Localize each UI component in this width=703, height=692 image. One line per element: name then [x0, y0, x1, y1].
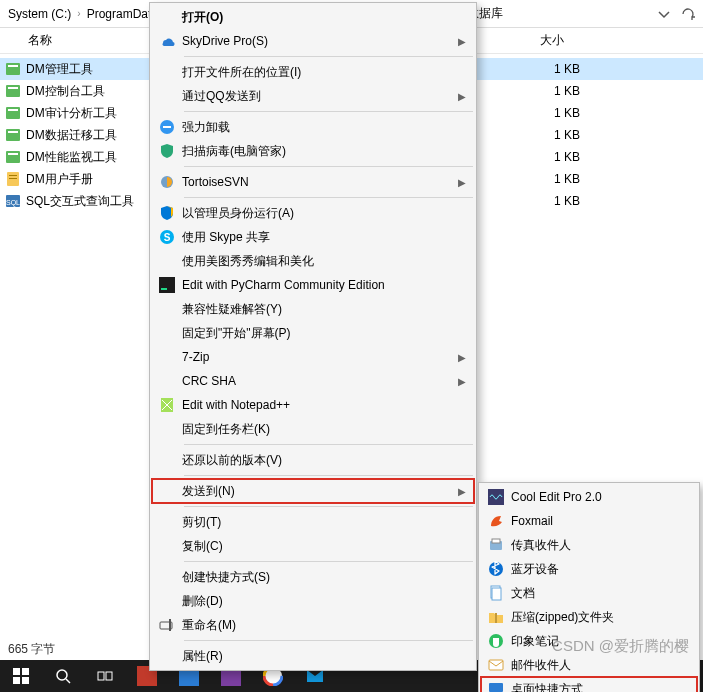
menu-item-label: 创建快捷方式(S) — [182, 569, 474, 586]
menu-item[interactable]: 复制(C) — [152, 534, 474, 558]
menu-item-label: 邮件收件人 — [511, 657, 697, 674]
svg-rect-28 — [13, 668, 20, 675]
file-icon — [0, 149, 26, 165]
menu-item-label: 固定到"开始"屏幕(P) — [182, 325, 474, 342]
submenu-arrow-icon: ▶ — [458, 177, 466, 188]
file-icon — [0, 83, 26, 99]
uninstall-icon — [152, 119, 182, 135]
menu-item[interactable]: 发送到(N)▶ — [152, 479, 474, 503]
menu-item[interactable]: 删除(D) — [152, 589, 474, 613]
menu-item[interactable]: TortoiseSVN▶ — [152, 170, 474, 194]
menu-item[interactable]: Edit with Notepad++ — [152, 393, 474, 417]
menu-item[interactable]: 创建快捷方式(S) — [152, 565, 474, 589]
context-menu[interactable]: 打开(O)SkyDrive Pro(S)▶打开文件所在的位置(I)通过QQ发送到… — [149, 2, 477, 671]
start-button[interactable] — [0, 660, 42, 692]
menu-item-label: 扫描病毒(电脑管家) — [182, 143, 474, 160]
menu-item-label: 属性(R) — [182, 648, 474, 665]
menu-item[interactable]: 蓝牙设备 — [481, 557, 697, 581]
menu-item[interactable]: Edit with PyCharm Community Edition — [152, 273, 474, 297]
evernote-icon — [481, 633, 511, 649]
menu-item[interactable]: 印象笔记 — [481, 629, 697, 653]
menu-item-label: 桌面快捷方式 — [511, 681, 697, 693]
mail-icon — [481, 657, 511, 673]
menu-item[interactable]: 7-Zip▶ — [152, 345, 474, 369]
menu-separator — [184, 444, 473, 445]
menu-item[interactable]: 扫描病毒(电脑管家) — [152, 139, 474, 163]
menu-item[interactable]: 强力卸载 — [152, 115, 474, 139]
menu-separator — [184, 166, 473, 167]
menu-header[interactable]: 打开(O) — [152, 5, 474, 29]
menu-item[interactable]: 剪切(T) — [152, 510, 474, 534]
file-size: 1 KB — [490, 106, 610, 120]
menu-item[interactable]: 以管理员身份运行(A) — [152, 201, 474, 225]
menu-separator — [184, 475, 473, 476]
menu-item[interactable]: 压缩(zipped)文件夹 — [481, 605, 697, 629]
submenu-arrow-icon: ▶ — [458, 486, 466, 497]
scan-icon — [152, 143, 182, 159]
menu-item-label: 复制(C) — [182, 538, 474, 555]
svg-rect-30 — [13, 677, 20, 684]
menu-item[interactable]: 使用美图秀秀编辑和美化 — [152, 249, 474, 273]
menu-item-label: 7-Zip — [182, 350, 474, 364]
menu-item-label: 使用美图秀秀编辑和美化 — [182, 253, 474, 270]
refresh-button[interactable] — [679, 5, 697, 23]
file-size: 1 KB — [490, 194, 610, 208]
svg-rect-33 — [98, 672, 104, 680]
menu-item[interactable]: SkyDrive Pro(S)▶ — [152, 29, 474, 53]
menu-item-label: 压缩(zipped)文件夹 — [511, 609, 697, 626]
menu-item[interactable]: 固定到任务栏(K) — [152, 417, 474, 441]
menu-item-label: 剪切(T) — [182, 514, 474, 531]
cooledit-icon — [481, 489, 511, 505]
skype-icon — [152, 229, 182, 245]
status-bar: 665 字节 — [0, 638, 63, 660]
menu-item[interactable]: 通过QQ发送到▶ — [152, 84, 474, 108]
menu-separator — [184, 197, 473, 198]
menu-item-label: SkyDrive Pro(S) — [182, 34, 474, 48]
file-icon — [0, 127, 26, 143]
menu-item-label: 蓝牙设备 — [511, 561, 697, 578]
svg-point-32 — [57, 670, 67, 680]
menu-item[interactable]: Cool Edit Pro 2.0 — [481, 485, 697, 509]
svg-rect-34 — [106, 672, 112, 680]
menu-item-label: 重命名(M) — [182, 617, 474, 634]
menu-item[interactable]: 兼容性疑难解答(Y) — [152, 297, 474, 321]
bluetooth-icon — [481, 561, 511, 577]
menu-item-label: Edit with PyCharm Community Edition — [182, 278, 474, 292]
taskview-icon[interactable] — [84, 660, 126, 692]
menu-item[interactable]: 属性(R) — [152, 644, 474, 668]
menu-item[interactable]: 打开文件所在的位置(I) — [152, 60, 474, 84]
menu-item[interactable]: 固定到"开始"屏幕(P) — [152, 321, 474, 345]
menu-item-label: 印象笔记 — [511, 633, 697, 650]
menu-item[interactable]: 桌面快捷方式 — [481, 677, 697, 692]
menu-item[interactable]: 文档 — [481, 581, 697, 605]
bc-0[interactable]: System (C:) — [6, 7, 73, 21]
dropdown-button[interactable] — [655, 5, 673, 23]
menu-separator — [184, 640, 473, 641]
menu-item-label: TortoiseSVN — [182, 175, 474, 189]
menu-item-label: 兼容性疑难解答(Y) — [182, 301, 474, 318]
menu-item[interactable]: CRC SHA▶ — [152, 369, 474, 393]
menu-item[interactable]: 使用 Skype 共享 — [152, 225, 474, 249]
menu-item[interactable]: 传真收件人 — [481, 533, 697, 557]
shield-icon — [152, 205, 182, 221]
notepad-icon — [152, 397, 182, 413]
menu-item-label: 通过QQ发送到 — [182, 88, 474, 105]
menu-item[interactable]: Foxmail — [481, 509, 697, 533]
file-size: 1 KB — [490, 172, 610, 186]
file-size: 1 KB — [490, 84, 610, 98]
sendto-submenu[interactable]: Cool Edit Pro 2.0Foxmail传真收件人蓝牙设备文档压缩(zi… — [478, 482, 700, 692]
menu-item[interactable]: 还原以前的版本(V) — [152, 448, 474, 472]
foxmail-icon — [481, 513, 511, 529]
search-icon[interactable] — [42, 660, 84, 692]
skydrive-icon — [152, 33, 182, 49]
submenu-arrow-icon: ▶ — [458, 352, 466, 363]
menu-item[interactable]: 邮件收件人 — [481, 653, 697, 677]
menu-item-label: 使用 Skype 共享 — [182, 229, 474, 246]
status-text: 665 字节 — [8, 641, 55, 658]
menu-item[interactable]: 重命名(M) — [152, 613, 474, 637]
col-size[interactable]: 大小 — [490, 32, 610, 49]
svn-icon — [152, 174, 182, 190]
fax-icon — [481, 537, 511, 553]
menu-item-label: 发送到(N) — [182, 483, 474, 500]
svg-rect-31 — [22, 677, 29, 684]
